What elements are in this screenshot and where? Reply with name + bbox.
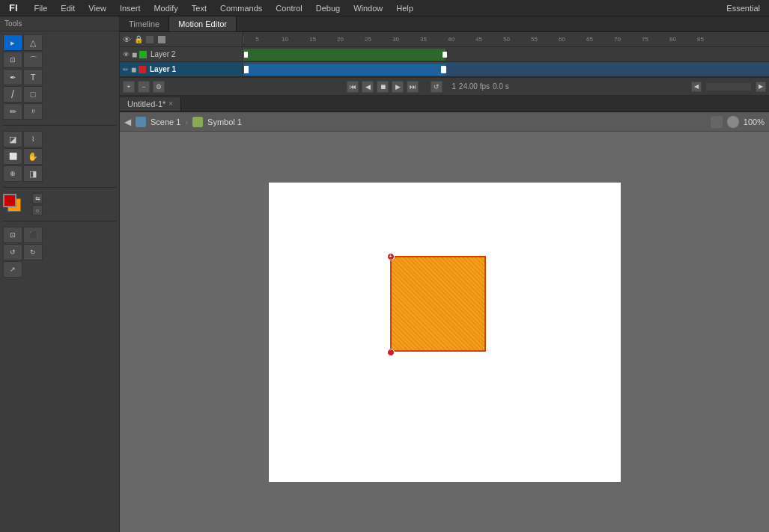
tool-line[interactable]: / <box>3 86 22 103</box>
layer-1-playhead <box>243 62 244 76</box>
layer-1-left: ✏ ◼ Layer 1 <box>120 62 243 76</box>
scroll-left-btn[interactable]: ◀ <box>691 82 702 92</box>
tool-brush[interactable]: 〃 <box>23 103 43 120</box>
tool-text[interactable]: T <box>23 69 43 85</box>
menu-commands[interactable]: Commands <box>214 2 268 14</box>
doc-tab-untitled[interactable]: Untitled-1* × <box>120 97 181 111</box>
tool-pen[interactable]: ✒ <box>3 69 22 85</box>
stage-settings-icon[interactable] <box>711 116 723 128</box>
tool-hand[interactable]: ✋ <box>23 148 43 165</box>
tool-lasso[interactable]: ⌒ <box>23 52 43 68</box>
tool-straighten[interactable]: ↻ <box>23 244 43 260</box>
tools-grid: ▸ △ ⊡ ⌒ ✒ T / □ ✏ 〃 <box>0 31 119 123</box>
back-button[interactable]: ◀ <box>124 117 131 127</box>
stage[interactable]: + <box>269 183 621 482</box>
menu-edit[interactable]: Edit <box>55 2 81 14</box>
tool-zoom[interactable]: ⊕ <box>3 165 22 182</box>
timeline-header: 👁 🔒 5 10 15 20 <box>120 32 769 47</box>
symbol-icon <box>192 117 203 127</box>
tools-grid-2: ◪ ⌇ ⬜ ✋ ⊕ ◨ <box>0 128 119 185</box>
tool-smooth[interactable]: ↺ <box>3 244 22 260</box>
btn-first-frame[interactable]: ⏮ <box>347 81 359 93</box>
eye-icon: 👁 <box>123 35 131 44</box>
layer-1-timeline[interactable] <box>243 62 769 76</box>
anchor-bottom-left[interactable] <box>387 349 395 356</box>
layer-row-2[interactable]: 👁 ◼ Layer 2 <box>120 47 769 62</box>
reset-colors-btn[interactable]: ○ <box>32 205 43 215</box>
tool-eraser[interactable]: ⬜ <box>3 148 22 165</box>
shape-rectangle[interactable] <box>390 256 486 352</box>
breadcrumb-separator: › <box>185 117 188 126</box>
btn-prev-frame[interactable]: ◀ <box>362 81 374 93</box>
menu-help[interactable]: Help <box>390 2 419 14</box>
tool-gradient[interactable]: ◨ <box>23 165 43 182</box>
btn-play[interactable]: ▶ <box>392 81 404 93</box>
canvas-area: ◀ Scene 1 › Symbol 1 100% <box>120 112 769 532</box>
clip-icon[interactable] <box>727 116 739 128</box>
menu-window[interactable]: Window <box>347 2 389 14</box>
menu-modify[interactable]: Modify <box>148 2 183 14</box>
layer-1-eye[interactable]: ◼ <box>131 66 136 73</box>
layer-2-playhead <box>243 47 244 61</box>
ruler-mark-50: 50 <box>493 36 520 43</box>
menu-text[interactable]: Text <box>186 2 213 14</box>
tool-pencil[interactable]: ✏ <box>3 103 22 120</box>
btn-delete-layer[interactable]: − <box>138 81 150 93</box>
breadcrumb-symbol[interactable]: Symbol 1 <box>207 117 242 126</box>
swap-colors-btn[interactable]: ⇆ <box>32 193 43 204</box>
menu-view[interactable]: View <box>82 2 112 14</box>
tool-eyedropper[interactable]: ⌇ <box>23 131 43 147</box>
ruler-mark-65: 65 <box>576 36 604 43</box>
doc-tab-close[interactable]: × <box>168 100 173 108</box>
frame-number: 1 <box>452 82 456 91</box>
stage-wrapper: + <box>120 132 769 532</box>
layer-1-pencil[interactable]: ✏ <box>123 66 129 73</box>
layer-2-eye[interactable]: 👁 <box>123 51 130 58</box>
tool-select[interactable]: ▸ <box>3 34 22 51</box>
layer-2-color <box>139 51 147 58</box>
tab-timeline[interactable]: Timeline <box>120 16 169 31</box>
btn-settings[interactable]: ⚙ <box>153 81 165 93</box>
menu-debug[interactable]: Debug <box>310 2 346 14</box>
ruler-mark-35: 35 <box>410 36 437 43</box>
btn-looping[interactable]: ↺ <box>431 81 443 93</box>
color-section: ⇆ ○ <box>0 190 119 218</box>
layer-2-lock[interactable]: ◼ <box>132 51 137 58</box>
tool-extra-2[interactable]: ↗ <box>3 261 22 278</box>
layer-row-1[interactable]: ✏ ◼ Layer 1 <box>120 62 769 77</box>
tool-snap[interactable]: ⊡ <box>3 227 22 243</box>
tool-rect[interactable]: □ <box>23 86 43 103</box>
right-area: Timeline Motion Editor 👁 🔒 <box>120 16 769 532</box>
ruler-mark-10: 10 <box>271 36 299 43</box>
timeline-tabs: Timeline Motion Editor <box>120 16 769 32</box>
ruler-mark-75: 75 <box>631 36 659 43</box>
tool-paint-bucket[interactable]: ◪ <box>3 131 22 147</box>
menu-control[interactable]: Control <box>270 2 308 14</box>
tool-free-transform[interactable]: ⊡ <box>3 52 22 68</box>
ruler-mark-45: 45 <box>465 36 493 43</box>
breadcrumb-scene[interactable]: Scene 1 <box>151 117 180 126</box>
workspace-label[interactable]: Essential <box>720 2 766 14</box>
menu-file[interactable]: File <box>28 2 54 14</box>
menu-insert[interactable]: Insert <box>114 2 147 14</box>
anchor-top-left[interactable]: + <box>387 253 395 260</box>
btn-add-layer[interactable]: + <box>123 81 135 93</box>
menu-bar: Fl File Edit View Insert Modify Text Com… <box>0 0 769 16</box>
layer-2-timeline[interactable] <box>243 47 769 61</box>
btn-last-frame[interactable]: ⏭ <box>407 81 419 93</box>
ruler-mark-30: 30 <box>382 36 410 43</box>
tab-motion-editor[interactable]: Motion Editor <box>169 16 237 31</box>
scroll-right-btn[interactable]: ▶ <box>756 82 766 92</box>
timeline-scrollbar[interactable] <box>706 83 751 91</box>
ruler-mark-25: 25 <box>354 36 382 43</box>
ruler-mark-70: 70 <box>604 36 631 43</box>
stroke-color-swatch[interactable] <box>3 194 16 207</box>
btn-stop[interactable]: ⏹ <box>377 81 389 93</box>
tools-divider-3 <box>3 221 116 221</box>
tool-extra-1[interactable]: ⬛ <box>23 227 43 243</box>
tool-subselect[interactable]: △ <box>23 34 43 51</box>
tools-divider-2 <box>3 187 116 188</box>
timeline-ruler: 5 10 15 20 25 30 35 40 45 50 55 <box>243 32 769 46</box>
tools-grid-3: ⊡ ⬛ ↺ ↻ ↗ <box>0 224 119 281</box>
playhead-line <box>243 36 244 43</box>
